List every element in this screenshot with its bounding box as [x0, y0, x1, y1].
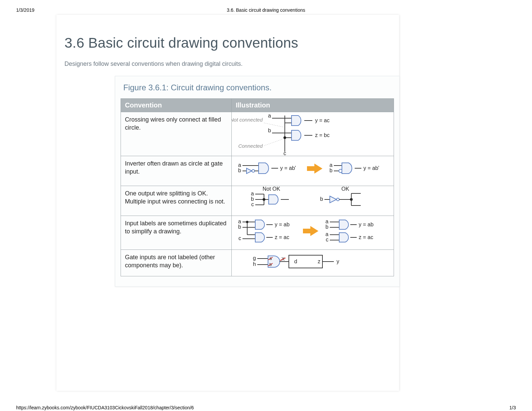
svg-point-59 — [246, 221, 249, 223]
col-header-convention: Convention — [121, 99, 232, 112]
svg-text:a: a — [251, 191, 254, 196]
svg-text:Not OK: Not OK — [263, 186, 280, 192]
table-row: Inverter often drawn as circle at gate i… — [121, 156, 394, 186]
svg-point-7 — [283, 136, 286, 139]
svg-text:b: b — [268, 128, 271, 133]
svg-text:y = ab: y = ab — [275, 222, 290, 227]
svg-rect-91 — [289, 255, 322, 268]
svg-text:a: a — [329, 162, 332, 168]
table-row: One output wire splitting is OK. Multipl… — [121, 186, 394, 216]
svg-text:c: c — [251, 201, 254, 207]
svg-text:a: a — [238, 219, 241, 224]
illustration-inverter: a b y = ab' — [232, 156, 394, 186]
svg-text:a: a — [268, 113, 271, 119]
svg-text:d: d — [294, 259, 297, 264]
svg-text:b: b — [329, 168, 332, 173]
svg-text:h: h — [253, 261, 256, 267]
illustration-nolabel: g h a b X d z — [232, 250, 394, 276]
print-header-title: 3.6. Basic circuit drawing conventions — [0, 7, 532, 13]
svg-text:z = ac: z = ac — [275, 234, 289, 240]
svg-text:c: c — [283, 150, 286, 156]
conventions-table: Convention Illustration Crossing wires o… — [121, 98, 394, 276]
convention-desc: Input labels are sometimes duplicated to… — [121, 216, 232, 250]
svg-text:g: g — [253, 255, 256, 261]
convention-desc: Crossing wires only connect at filled ci… — [121, 112, 232, 156]
svg-text:b: b — [251, 196, 254, 202]
svg-text:y = ac: y = ac — [315, 118, 329, 123]
svg-text:c: c — [326, 237, 328, 242]
svg-text:z = ac: z = ac — [359, 234, 373, 240]
svg-text:b: b — [238, 224, 241, 230]
page-title: 3.6 Basic circuit drawing conventions — [64, 35, 391, 51]
svg-point-47 — [337, 198, 339, 201]
svg-text:y: y — [337, 259, 339, 264]
svg-text:OK: OK — [341, 186, 349, 192]
col-header-illustration: Illustration — [232, 99, 394, 112]
arrow-right-icon — [303, 226, 318, 236]
convention-desc: Inverter often drawn as circle at gate i… — [121, 156, 232, 186]
table-row: Input labels are sometimes duplicated to… — [121, 216, 394, 250]
figure-caption: Figure 3.6.1: Circuit drawing convention… — [123, 83, 394, 92]
svg-text:y = ab': y = ab' — [363, 165, 379, 171]
intro-text: Designers follow several conventions whe… — [64, 60, 391, 67]
svg-line-8 — [264, 123, 283, 127]
svg-text:Connected: Connected — [238, 143, 263, 149]
svg-line-9 — [264, 139, 283, 146]
svg-point-42 — [263, 198, 265, 201]
svg-text:z: z — [318, 259, 320, 264]
print-url: https://learn.zybooks.com/zybook/FIUCDA3… — [16, 405, 194, 410]
svg-text:b: b — [325, 224, 328, 230]
svg-text:z = bc: z = bc — [315, 132, 329, 138]
svg-point-21 — [252, 170, 255, 172]
svg-marker-26 — [314, 164, 322, 174]
convention-desc: One output wire splitting is OK. Multipl… — [121, 186, 232, 216]
table-row: Gate inputs are not labeled (other compo… — [121, 250, 394, 276]
illustration-duplicate: a b c y = ab z = ac — [232, 216, 394, 250]
svg-text:y = ab': y = ab' — [280, 165, 296, 171]
illustration-crossing: a b c y = ac z = bc Not connected Connec… — [232, 112, 394, 156]
print-page-number: 1/3 — [509, 405, 516, 410]
svg-rect-66 — [303, 229, 310, 233]
arrow-right-icon — [307, 164, 322, 174]
figure-box: Figure 3.6.1: Circuit drawing convention… — [115, 76, 400, 287]
svg-text:a: a — [325, 219, 328, 224]
svg-text:Not connected: Not connected — [232, 117, 263, 123]
svg-text:a: a — [238, 162, 241, 168]
svg-text:a: a — [325, 231, 328, 237]
table-row: Crossing wires only connect at filled ci… — [121, 112, 394, 156]
illustration-split: Not OK a b c OK b — [232, 186, 394, 216]
svg-text:b: b — [238, 168, 241, 173]
svg-rect-25 — [307, 166, 314, 171]
svg-text:y = ab: y = ab — [359, 222, 373, 227]
svg-text:c: c — [238, 235, 241, 241]
convention-desc: Gate inputs are not labeled (other compo… — [121, 250, 232, 276]
svg-text:b: b — [320, 196, 323, 202]
svg-marker-67 — [310, 226, 318, 236]
